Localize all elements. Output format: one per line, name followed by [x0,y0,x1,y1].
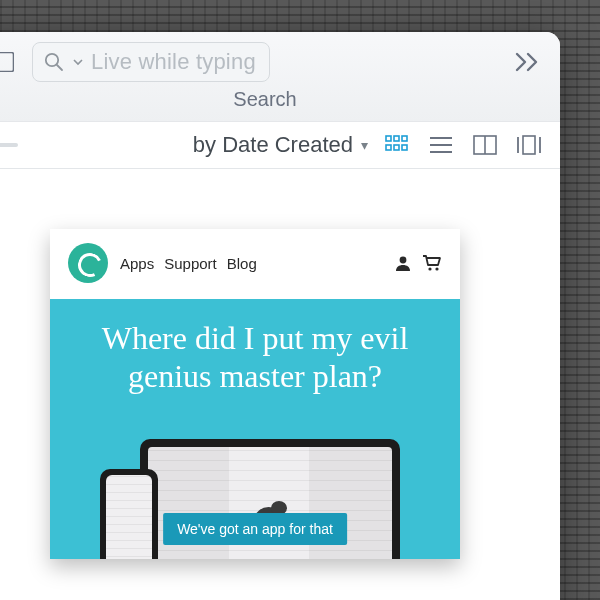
view-mode-group [382,132,544,158]
search-icon [43,51,65,73]
sort-toolbar: by Date Created ▾ [0,122,560,169]
svg-rect-9 [402,145,407,150]
columns-icon [473,135,497,155]
sort-label: by Date Created [193,132,353,158]
hero-cta-button: We've got an app for that [163,513,347,545]
search-input[interactable]: Live while typing [32,42,270,82]
coverflow-icon [516,135,542,155]
view-grid-button[interactable] [382,132,412,158]
svg-rect-6 [402,136,407,141]
svg-point-20 [435,267,438,270]
svg-rect-4 [386,136,391,141]
chevron-down-icon: ▾ [361,137,368,153]
nav-link: Support [164,255,217,272]
search-caption: Search [0,82,546,115]
view-columns-button[interactable] [470,132,500,158]
thumbnail-hero: Where did I put my evil genius master pl… [50,299,460,559]
svg-rect-7 [386,145,391,150]
phone-mockup [100,469,158,559]
svg-point-2 [46,54,58,66]
user-icon [394,254,412,272]
chevron-down-icon [73,57,83,67]
sidebar-toggle-button[interactable] [0,47,18,77]
double-chevron-right-icon [514,51,542,73]
svg-line-3 [57,65,62,70]
cart-icon [422,254,442,272]
list-icon [429,135,453,155]
content-area: Apps Support Blog Whe [0,169,560,600]
overflow-button[interactable] [514,51,546,73]
svg-rect-16 [523,136,535,154]
svg-point-18 [400,257,407,264]
site-logo [68,243,108,283]
window-titlebar: Live while typing Search [0,32,560,122]
nav-link: Apps [120,255,154,272]
search-placeholder: Live while typing [91,49,256,75]
thumbnail-header: Apps Support Blog [50,229,460,299]
webpage-thumbnail[interactable]: Apps Support Blog Whe [50,229,460,559]
svg-rect-5 [394,136,399,141]
hero-title: Where did I put my evil genius master pl… [50,319,460,396]
grid-icon [385,135,409,155]
svg-rect-0 [0,53,14,72]
thumbnail-nav: Apps Support Blog [120,255,257,272]
view-list-button[interactable] [426,132,456,158]
zoom-slider[interactable] [0,133,18,157]
sidebar-icon [0,52,14,72]
sort-menu[interactable]: by Date Created ▾ [193,132,368,158]
view-coverflow-button[interactable] [514,132,544,158]
nav-link: Blog [227,255,257,272]
app-window: Live while typing Search by Date Created… [0,32,560,600]
svg-point-19 [428,267,431,270]
svg-rect-8 [394,145,399,150]
